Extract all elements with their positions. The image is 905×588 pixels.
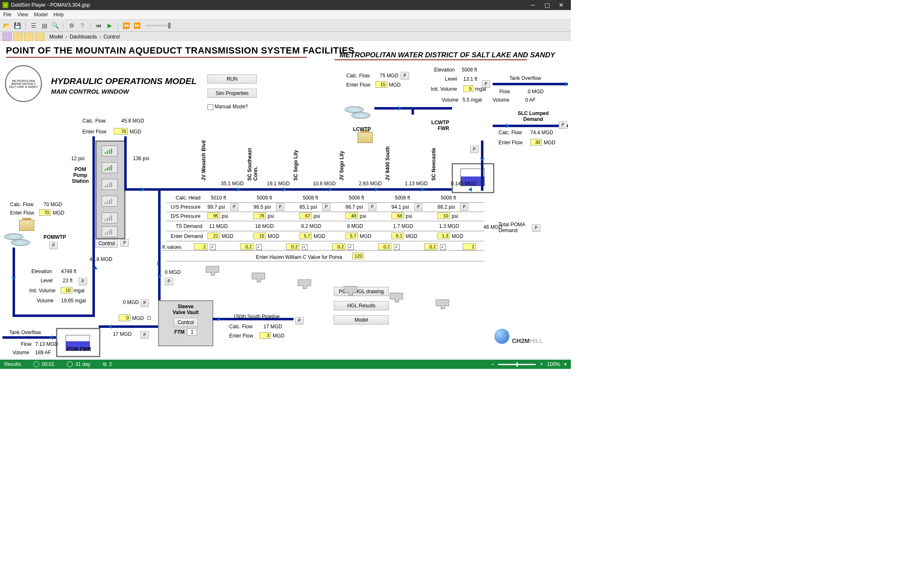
hgl-results-button[interactable]: HGL Results	[334, 301, 389, 310]
sleeve-zero-p-button[interactable]: P	[141, 299, 149, 307]
ds-psi-input-1[interactable]: 78	[253, 212, 266, 219]
open-folder-icon[interactable]: 📂	[3, 22, 10, 29]
tjoint-1[interactable]	[252, 273, 265, 279]
k-checkbox-2[interactable]	[302, 244, 308, 250]
ds-psi-input-3[interactable]: 49	[345, 212, 358, 219]
pom-level-p-button[interactable]: P	[79, 278, 87, 285]
k-checkbox-5[interactable]	[440, 244, 446, 250]
tjoint-0[interactable]	[206, 266, 219, 273]
step-fwd-icon[interactable]: ⏩	[133, 22, 141, 29]
enter-demand-input-4[interactable]: 8.1	[391, 233, 404, 239]
nav-up-icon[interactable]	[24, 33, 33, 41]
us-p-button-4[interactable]: P	[414, 203, 422, 211]
pump-p-button[interactable]: P	[120, 239, 129, 247]
tree-icon[interactable]: ☰	[30, 22, 37, 29]
lcwtp-fwr-p-button[interactable]: P	[470, 146, 478, 153]
zoom-in-button[interactable]: +	[540, 361, 543, 367]
nav-home-icon[interactable]	[3, 33, 12, 41]
k-input-3[interactable]: 0.2	[332, 243, 345, 250]
enter-demand-input-1[interactable]: 15	[253, 233, 266, 239]
ds-psi-input-2[interactable]: 67	[299, 212, 312, 219]
enter-demand-input-0[interactable]: 21	[207, 233, 220, 239]
us-p-button-1[interactable]: P	[276, 203, 284, 211]
lcwtp-p-button[interactable]: P	[401, 72, 409, 79]
help-icon[interactable]: ?	[79, 22, 86, 29]
pomwtp-p-button[interactable]: P	[49, 242, 58, 249]
k-input-0[interactable]: 2	[194, 243, 207, 250]
sleeve-zero-input[interactable]: 0	[119, 314, 130, 321]
ftm-value-input[interactable]: 1	[187, 329, 197, 335]
menu-view[interactable]: View	[17, 12, 28, 18]
pump-3[interactable]	[102, 179, 118, 190]
sleeve-17-p-button[interactable]: P	[141, 331, 149, 339]
save-icon[interactable]: 💾	[13, 22, 21, 29]
log-icon[interactable]: ▤	[41, 22, 48, 29]
tjoint-3[interactable]	[344, 286, 357, 293]
k-input-2[interactable]: 0.2	[286, 243, 299, 250]
nav-back-icon[interactable]	[13, 33, 23, 41]
breadcrumb-dashboards[interactable]: Dashboards	[70, 34, 97, 40]
zoom-dropdown-icon[interactable]: ▾	[564, 361, 567, 367]
us-p-button-5[interactable]: P	[460, 203, 468, 211]
search-icon[interactable]: 🔍	[51, 22, 59, 29]
pom-initv-input[interactable]: 10	[61, 287, 72, 294]
k-checkbox-3[interactable]	[348, 244, 354, 250]
pump-1[interactable]	[102, 146, 118, 156]
slc-enterflow-input[interactable]: 30	[530, 139, 542, 146]
hgl-drawing-button[interactable]: POMA HGL drawing	[334, 287, 389, 296]
pom-enterflow-input[interactable]: 70	[114, 128, 128, 135]
ds-psi-input-0[interactable]: 95	[207, 212, 220, 219]
k-input-1[interactable]: 0.2	[240, 243, 253, 250]
enter-demand-input-2[interactable]: 5.7	[299, 233, 312, 239]
k-checkbox-1[interactable]	[256, 244, 262, 250]
pump-6[interactable]	[102, 226, 118, 237]
pump-5[interactable]	[102, 212, 118, 223]
total-poma-p-button[interactable]: P	[532, 224, 540, 232]
k-input-4[interactable]: 0.2	[378, 243, 391, 250]
pipeline-p-button[interactable]: P	[295, 317, 304, 325]
menu-model[interactable]: Model	[34, 12, 48, 18]
sim-properties-button[interactable]: Sim Properties	[207, 89, 257, 98]
enter-demand-input-5[interactable]: 1.3	[437, 233, 450, 239]
pom-fwr-tank[interactable]	[56, 328, 100, 357]
k-last-input[interactable]: 2	[463, 243, 476, 250]
ds-psi-input-5[interactable]: 10	[437, 212, 450, 219]
breadcrumb-model[interactable]: Model	[49, 34, 63, 40]
ds-psi-input-4[interactable]: 68	[391, 212, 404, 219]
slc-p-button[interactable]: P	[559, 121, 567, 129]
zoom-out-button[interactable]: −	[491, 361, 494, 367]
us-p-button-2[interactable]: P	[322, 203, 330, 211]
settings-icon[interactable]: ⚙	[68, 22, 75, 29]
breadcrumb-control[interactable]: Control	[103, 34, 120, 40]
pump-control-button[interactable]: Control	[95, 239, 118, 248]
zoom-slider[interactable]	[498, 364, 536, 365]
pump-2[interactable]	[102, 162, 118, 173]
skip-back-icon[interactable]: ⏮	[95, 22, 102, 29]
close-button[interactable]: ✕	[554, 0, 568, 10]
lcwtp-fwr-tank[interactable]	[452, 163, 494, 193]
poma-0mgd-p-button[interactable]: P	[165, 278, 173, 285]
hazen-input[interactable]: 120	[352, 253, 364, 259]
pipeline-enterflow-input[interactable]: 3	[259, 332, 271, 339]
sleeve-control-button[interactable]: Control	[174, 318, 198, 327]
step-back-icon[interactable]: ⏪	[122, 22, 130, 29]
enter-demand-input-3[interactable]: 5.7	[345, 233, 358, 239]
manual-mode-check[interactable]: Manual Mode?	[207, 104, 248, 110]
nav-fwd-icon[interactable]	[35, 33, 44, 41]
k-checkbox-4[interactable]	[394, 244, 400, 250]
tjoint-4[interactable]	[390, 293, 403, 299]
play-icon[interactable]: ▶	[106, 22, 113, 29]
speed-slider[interactable]	[146, 25, 171, 26]
tjoint-5[interactable]	[436, 299, 449, 306]
maximize-button[interactable]: ▢	[540, 0, 554, 10]
minimize-button[interactable]: ─	[526, 0, 540, 10]
menu-file[interactable]: File	[3, 12, 11, 18]
us-p-button-3[interactable]: P	[368, 203, 376, 211]
run-button[interactable]: RUN	[207, 74, 257, 84]
lcwtp-enterflow-input[interactable]: 15	[376, 81, 387, 88]
tjoint-2[interactable]	[298, 279, 311, 286]
model-button[interactable]: Model	[334, 315, 389, 325]
us-p-button-0[interactable]: P	[230, 203, 238, 211]
k-checkbox-0[interactable]	[210, 244, 216, 250]
pomwtp-enterflow-input[interactable]: 70	[39, 209, 51, 216]
